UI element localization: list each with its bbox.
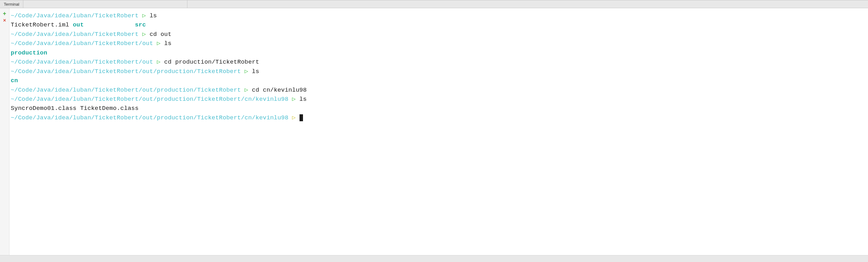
- terminal-line: ~/Code/Java/idea/luban/TicketRobert/out/…: [11, 113, 867, 123]
- prompt-arrow-icon: ▷: [157, 59, 161, 65]
- terminal-content-row: + × ~/Code/Java/idea/luban/TicketRobert …: [0, 8, 868, 255]
- prompt-path: ~/Code/Java/idea/luban/TicketRobert/out/…: [11, 114, 288, 121]
- status-strip: [0, 255, 868, 262]
- terminal-line: ~/Code/Java/idea/luban/TicketRobert/out/…: [11, 86, 867, 95]
- terminal-line: ~/Code/Java/idea/luban/TicketRobert ▷ ls: [11, 11, 867, 21]
- gutter: + ×: [0, 8, 9, 255]
- terminal-line: ~/Code/Java/idea/luban/TicketRobert/out/…: [11, 67, 867, 76]
- terminal-panel: Terminal + × ~/Code/Java/idea/luban/Tick…: [0, 0, 868, 262]
- cursor-icon: [300, 114, 303, 121]
- prompt-arrow-icon: ▷: [245, 87, 248, 94]
- prompt-path: ~/Code/Java/idea/luban/TicketRobert/out/…: [11, 87, 241, 94]
- command-text: ls: [150, 12, 157, 19]
- prompt-path: ~/Code/Java/idea/luban/TicketRobert: [11, 12, 138, 19]
- command-text: ls: [300, 96, 307, 103]
- terminal-line: SyncroDemo01.class TicketDemo.class: [11, 104, 867, 113]
- terminal-line: ~/Code/Java/idea/luban/TicketRobert/out …: [11, 58, 867, 67]
- terminal-output[interactable]: ~/Code/Java/idea/luban/TicketRobert ▷ ls…: [9, 8, 868, 255]
- directory-name: src: [135, 22, 146, 28]
- command-text: cd out: [150, 31, 172, 38]
- file-name: TicketRobert.iml: [11, 22, 73, 28]
- close-session-icon[interactable]: ×: [2, 18, 7, 23]
- tab-bar: Terminal: [0, 0, 868, 8]
- prompt-arrow-icon: ▷: [142, 12, 146, 19]
- output-text: SyncroDemo01.class TicketDemo.class: [11, 105, 138, 112]
- terminal-line: production: [11, 48, 867, 58]
- prompt-path: ~/Code/Java/idea/luban/TicketRobert/out: [11, 40, 153, 47]
- terminal-line: TicketRobert.iml out src: [11, 21, 867, 30]
- directory-name: out: [73, 22, 84, 28]
- terminal-line: ~/Code/Java/idea/luban/TicketRobert/out/…: [11, 95, 867, 104]
- terminal-line: ~/Code/Java/idea/luban/TicketRobert/out …: [11, 39, 867, 48]
- add-session-icon[interactable]: +: [2, 11, 7, 17]
- command-text: cd cn/kevinlu98: [252, 87, 307, 94]
- command-text: ls: [164, 40, 171, 47]
- prompt-path: ~/Code/Java/idea/luban/TicketRobert/out/…: [11, 96, 288, 103]
- terminal-tab[interactable]: Terminal: [0, 0, 23, 8]
- terminal-line: cn: [11, 76, 867, 85]
- prompt-path: ~/Code/Java/idea/luban/TicketRobert/out: [11, 59, 153, 65]
- command-text: ls: [252, 68, 259, 75]
- terminal-line: ~/Code/Java/idea/luban/TicketRobert ▷ cd…: [11, 30, 867, 39]
- tab-divider: [187, 0, 187, 8]
- prompt-arrow-icon: ▷: [142, 31, 146, 38]
- prompt-path: ~/Code/Java/idea/luban/TicketRobert: [11, 31, 138, 38]
- prompt-arrow-icon: ▷: [292, 96, 296, 103]
- prompt-arrow-icon: ▷: [245, 68, 248, 75]
- directory-name: production: [11, 50, 47, 56]
- directory-name: cn: [11, 77, 18, 84]
- prompt-arrow-icon: ▷: [157, 40, 161, 47]
- prompt-arrow-icon: ▷: [292, 114, 296, 121]
- command-text: cd production/TicketRobert: [164, 59, 259, 65]
- prompt-path: ~/Code/Java/idea/luban/TicketRobert/out/…: [11, 68, 241, 75]
